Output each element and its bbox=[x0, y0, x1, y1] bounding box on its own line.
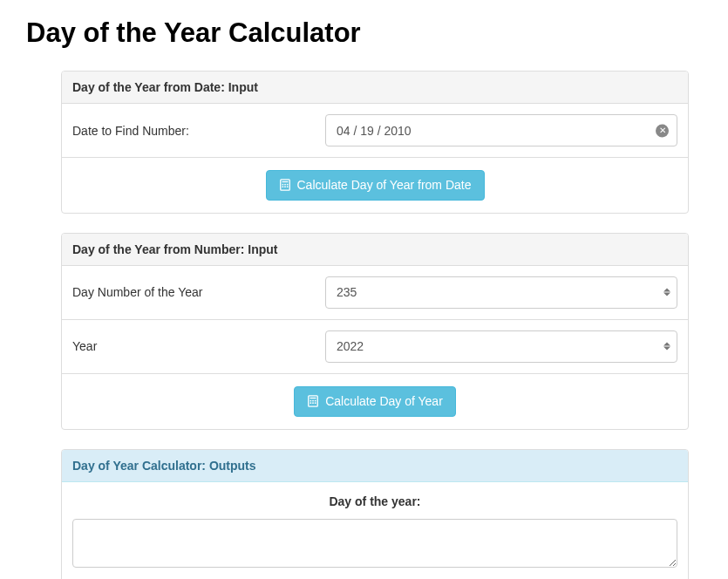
calculate-from-number-label: Calculate Day of Year bbox=[325, 394, 443, 409]
row-date-to-find: Date to Find Number: ✕ bbox=[62, 104, 688, 158]
panel-from-date: Day of the Year from Date: Input Date to… bbox=[61, 71, 689, 214]
output-textarea[interactable] bbox=[72, 519, 677, 568]
panel-from-number: Day of the Year from Number: Input Day N… bbox=[61, 233, 689, 430]
calculate-from-date-button[interactable]: Calculate Day of Year from Date bbox=[266, 170, 485, 201]
panel-outputs-heading: Day of Year Calculator: Outputs bbox=[62, 450, 688, 482]
row-day-number: Day Number of the Year bbox=[62, 266, 688, 320]
chevron-up-icon[interactable] bbox=[663, 343, 670, 346]
daynum-stepper[interactable] bbox=[663, 289, 670, 296]
year-stepper[interactable] bbox=[663, 343, 670, 351]
calculator-icon bbox=[279, 179, 291, 191]
year-input[interactable] bbox=[325, 330, 677, 363]
daynum-input[interactable] bbox=[325, 276, 677, 309]
calculate-from-number-button[interactable]: Calculate Day of Year bbox=[294, 386, 456, 417]
panel-from-date-heading: Day of the Year from Date: Input bbox=[62, 72, 688, 104]
calculator-icon bbox=[307, 395, 319, 407]
chevron-down-icon[interactable] bbox=[663, 347, 670, 351]
row-year: Year bbox=[62, 320, 688, 374]
panel-outputs: Day of Year Calculator: Outputs Day of t… bbox=[61, 449, 689, 579]
daynum-label: Day Number of the Year bbox=[72, 285, 325, 299]
output-label: Day of the year: bbox=[62, 482, 688, 514]
panel-from-number-heading: Day of the Year from Number: Input bbox=[62, 234, 688, 266]
year-label: Year bbox=[72, 339, 325, 353]
chevron-up-icon[interactable] bbox=[663, 289, 670, 292]
date-input[interactable] bbox=[325, 114, 677, 146]
chevron-down-icon[interactable] bbox=[663, 293, 670, 296]
calculate-from-date-label: Calculate Day of Year from Date bbox=[297, 178, 472, 193]
clear-date-icon[interactable]: ✕ bbox=[656, 124, 669, 137]
page-title: Day of the Year Calculator bbox=[26, 17, 702, 49]
date-label: Date to Find Number: bbox=[72, 124, 325, 138]
